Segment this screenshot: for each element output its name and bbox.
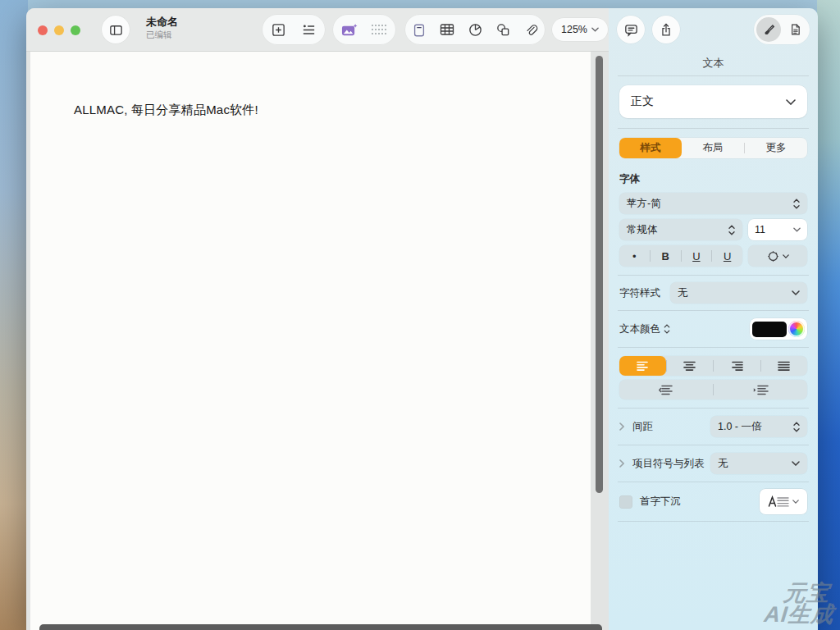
character-style-label: 字符样式 <box>619 286 660 300</box>
character-style-row: 字符样式 无 <box>619 282 807 304</box>
photo-sparkle-icon <box>340 22 358 38</box>
tab-style[interactable]: 样式 <box>619 138 682 158</box>
format-sidebar: 文本 正文 样式 布局 更多 字体 苹方-简 <box>609 8 818 630</box>
sidebar-titlebar <box>609 8 818 51</box>
document-page[interactable]: ALLMAC, 每日分享精品Mac软件! <box>30 52 591 630</box>
advanced-options-button[interactable] <box>748 245 807 267</box>
font-weight-select[interactable]: 常规体 <box>619 219 742 240</box>
divider <box>618 310 809 311</box>
spacing-label: 间距 <box>632 420 653 434</box>
fullscreen-button[interactable] <box>71 25 80 35</box>
spacing-select[interactable]: 1.0 - 一倍 <box>710 416 807 437</box>
media-button[interactable] <box>336 16 363 43</box>
text-inspector: 文本 正文 样式 布局 更多 字体 苹方-简 <box>609 51 818 630</box>
chevron-down-icon <box>783 254 789 258</box>
comment-button[interactable] <box>617 16 645 43</box>
inspector-tabs: 样式 布局 更多 <box>619 138 807 158</box>
vertical-scrollbar[interactable] <box>596 56 603 493</box>
divider <box>618 521 809 522</box>
align-justify-button[interactable] <box>761 356 808 376</box>
indent-buttons <box>619 380 807 399</box>
divider <box>618 275 809 276</box>
drop-cap-style-select[interactable] <box>760 489 807 514</box>
character-style-select[interactable]: 无 <box>670 282 807 304</box>
close-button[interactable] <box>38 25 48 35</box>
text-color-label: 文本颜色 <box>619 322 660 336</box>
inspector-switch <box>754 15 810 44</box>
decrease-indent-icon <box>659 385 674 395</box>
chevron-down-icon <box>793 227 801 232</box>
bullets-row: 项目符号与列表 无 <box>619 453 807 474</box>
tab-more[interactable]: 更多 <box>745 138 807 158</box>
drop-cap-row: 首字下沉 <box>619 489 807 514</box>
bold-button[interactable]: B <box>651 245 681 267</box>
share-button[interactable] <box>652 16 680 43</box>
window-subtitle: 已编辑 <box>146 30 178 39</box>
shape-button[interactable] <box>489 16 517 43</box>
bullets-select[interactable]: 无 <box>710 453 807 474</box>
underline-button[interactable]: U <box>682 245 712 267</box>
align-right-icon <box>731 361 743 372</box>
desktop-wallpaper-left <box>0 0 28 630</box>
comment-icon <box>623 22 639 38</box>
titlebar: 未命名 已编辑 <box>26 8 609 52</box>
format-brush-icon <box>761 22 776 37</box>
format-button[interactable] <box>756 17 781 42</box>
increase-indent-button[interactable] <box>714 380 807 399</box>
share-icon <box>659 22 673 38</box>
align-right-button[interactable] <box>714 356 760 376</box>
traffic-lights <box>38 25 80 35</box>
object-group <box>405 15 545 44</box>
italic-button[interactable]: • <box>619 245 650 267</box>
drop-cap-checkbox[interactable] <box>619 495 632 509</box>
divider <box>618 445 809 445</box>
document-icon <box>788 22 802 37</box>
object-grid-button[interactable] <box>365 16 393 43</box>
gear-icon <box>767 250 779 262</box>
document-setup-button[interactable] <box>783 17 807 42</box>
font-size-value: 11 <box>755 224 765 235</box>
text-box-button[interactable] <box>405 16 433 43</box>
table-button[interactable] <box>433 16 461 43</box>
bullets-label: 项目符号与列表 <box>632 457 705 471</box>
align-left-button[interactable] <box>619 356 666 376</box>
tab-layout[interactable]: 布局 <box>682 138 744 158</box>
font-weight-size-row: 常规体 11 <box>619 219 807 240</box>
bullets-value: 无 <box>718 457 728 471</box>
list-outline-icon <box>301 22 317 38</box>
decrease-indent-button[interactable] <box>619 380 713 399</box>
disclosure-chevron-icon[interactable] <box>619 422 628 431</box>
minimize-button[interactable] <box>54 25 64 35</box>
watermark-line2: AI生成 <box>763 604 835 625</box>
sidebar-toggle-button[interactable] <box>102 16 130 43</box>
align-center-button[interactable] <box>667 356 714 376</box>
text-color-well[interactable] <box>750 318 807 340</box>
attach-button[interactable] <box>517 16 545 43</box>
strikethrough-button[interactable]: U <box>712 245 742 267</box>
document-text[interactable]: ALLMAC, 每日分享精品Mac软件! <box>74 103 258 118</box>
chevron-down-icon <box>792 500 799 504</box>
alignment-buttons <box>619 356 807 376</box>
zoom-control[interactable]: 125% <box>552 18 608 41</box>
pie-chart-icon <box>468 22 483 38</box>
chart-button[interactable] <box>461 16 489 43</box>
font-size-field[interactable]: 11 <box>748 219 807 240</box>
font-family-value: 苹方-简 <box>627 197 661 211</box>
font-section-label: 字体 <box>619 172 807 186</box>
spacing-value: 1.0 - 一倍 <box>718 420 762 434</box>
document-area: ALLMAC, 每日分享精品Mac软件! <box>26 52 609 630</box>
insert-table-button[interactable] <box>265 16 293 43</box>
title-block: 未命名 已编辑 <box>146 16 178 39</box>
divider <box>618 128 809 129</box>
dock-edge <box>39 624 602 630</box>
stepper-icon <box>664 324 670 334</box>
font-family-select[interactable]: 苹方-简 <box>619 193 807 214</box>
spacing-row: 间距 1.0 - 一倍 <box>619 416 807 437</box>
paragraph-style-dropdown[interactable]: 正文 <box>619 85 807 118</box>
chevron-down-icon <box>792 290 800 295</box>
dots-grid-icon <box>371 24 387 35</box>
view-options-button[interactable] <box>294 16 322 43</box>
disclosure-chevron-icon[interactable] <box>619 459 628 468</box>
paperclip-icon <box>523 22 538 38</box>
font-style-row: • B U U <box>619 245 807 267</box>
